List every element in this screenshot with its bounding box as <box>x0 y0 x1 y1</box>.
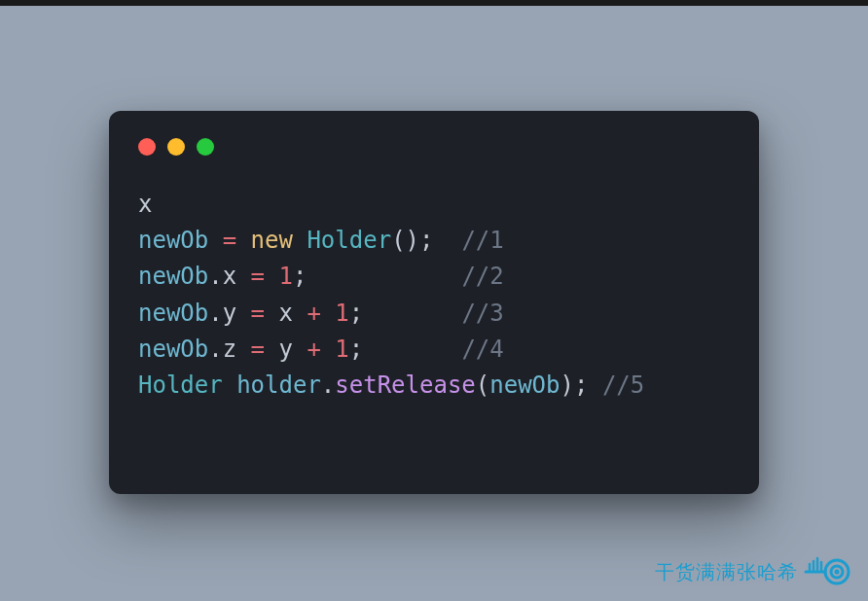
code-pad <box>223 371 236 399</box>
code-token: = <box>251 300 265 327</box>
top-bar <box>0 0 868 6</box>
code-token: x <box>138 191 152 218</box>
code-token: newOb <box>489 371 560 399</box>
code-token: . <box>321 371 335 399</box>
code-token: (); <box>391 227 433 254</box>
code-token: setRelease <box>335 371 476 399</box>
svg-point-2 <box>835 570 840 575</box>
code-comment: //3 <box>461 300 503 327</box>
watermark-text: 干货满满张哈希 <box>655 559 798 585</box>
code-token: y <box>223 300 236 327</box>
code-token: ; <box>293 263 307 290</box>
code-pad <box>433 227 461 254</box>
code-token: Holder <box>138 371 223 399</box>
code-token: = <box>251 263 265 290</box>
code-line: x <box>138 191 152 218</box>
code-line: newOb.y = x + 1; //3 <box>138 300 504 327</box>
code-pad <box>307 263 461 290</box>
code-token: x <box>223 263 236 290</box>
code-comment: //1 <box>461 227 503 254</box>
code-line: newOb = new Holder(); //1 <box>138 227 504 254</box>
code-token: . <box>208 263 222 290</box>
code-token: ( <box>476 371 489 399</box>
code-line: newOb.z = y + 1; //4 <box>138 336 504 363</box>
code-token: ); <box>561 371 589 399</box>
code-line: newOb.x = 1; //2 <box>138 263 504 290</box>
code-token: 1 <box>279 263 293 290</box>
code-token: ; <box>349 336 363 363</box>
close-icon[interactable] <box>138 138 156 156</box>
code-pad <box>363 300 461 327</box>
code-pad <box>588 371 601 399</box>
code-token: new <box>251 227 293 254</box>
traffic-lights <box>138 138 730 156</box>
code-comment: //5 <box>602 371 644 399</box>
code-line: Holder holder.setRelease(newOb); //5 <box>138 371 644 399</box>
code-token: + <box>307 336 320 363</box>
code-token: holder <box>236 371 321 399</box>
minimize-icon[interactable] <box>167 138 185 156</box>
code-token: newOb <box>138 227 208 254</box>
code-token: newOb <box>138 300 208 327</box>
code-token: . <box>208 336 222 363</box>
watermark: 干货满满张哈希 <box>655 554 850 589</box>
code-token: z <box>223 336 236 363</box>
code-token: newOb <box>138 336 208 363</box>
code-token: newOb <box>138 263 208 290</box>
code-token: ; <box>349 300 363 327</box>
code-token: = <box>223 227 236 254</box>
maximize-icon[interactable] <box>197 138 214 156</box>
code-token: + <box>307 300 320 327</box>
code-token: Holder <box>307 227 391 254</box>
code-window: x newOb = new Holder(); //1 newOb.x = 1;… <box>109 111 759 494</box>
code-comment: //2 <box>461 263 503 290</box>
code-pad <box>363 336 461 363</box>
code-block: x newOb = new Holder(); //1 newOb.x = 1;… <box>138 187 730 404</box>
code-token: . <box>208 300 222 327</box>
code-token: x <box>279 300 293 327</box>
code-token: = <box>251 336 265 363</box>
code-token: y <box>279 336 293 363</box>
code-token: 1 <box>335 336 348 363</box>
code-token: 1 <box>335 300 348 327</box>
code-comment: //4 <box>461 336 503 363</box>
signal-icon <box>804 554 850 589</box>
